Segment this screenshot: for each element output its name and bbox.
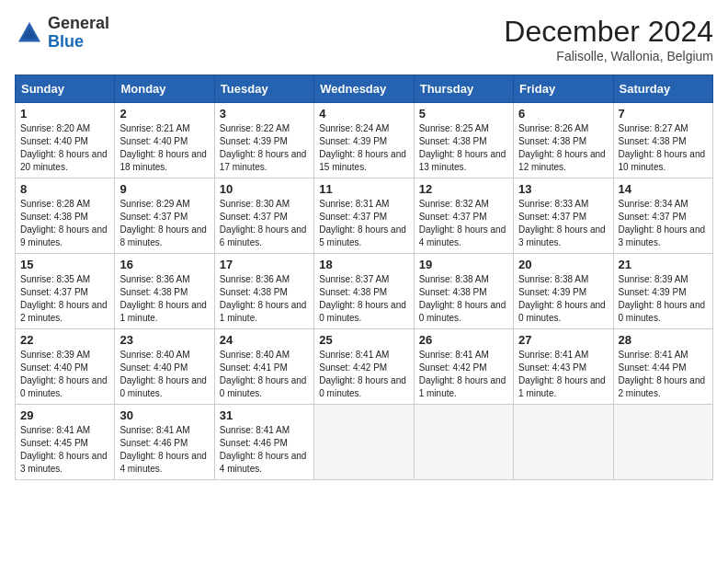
calendar-table: Sunday Monday Tuesday Wednesday Thursday… (15, 75, 713, 480)
col-wednesday: Wednesday (314, 75, 414, 103)
day-cell-31: 31 Sunrise: 8:41 AM Sunset: 4:46 PM Dayl… (214, 405, 313, 480)
page-header: General Blue December 2024 Falisolle, Wa… (15, 15, 713, 63)
day-number: 7 (619, 107, 708, 121)
day-info: Sunrise: 8:38 AM Sunset: 4:38 PM Dayligh… (419, 273, 508, 325)
day-info: Sunrise: 8:41 AM Sunset: 4:46 PM Dayligh… (119, 424, 209, 476)
day-info: Sunrise: 8:22 AM Sunset: 4:39 PM Dayligh… (220, 122, 309, 174)
week-row-4: 22 Sunrise: 8:39 AM Sunset: 4:40 PM Dayl… (16, 329, 713, 405)
day-info: Sunrise: 8:39 AM Sunset: 4:40 PM Dayligh… (20, 349, 109, 400)
day-info: Sunrise: 8:41 AM Sunset: 4:42 PM Dayligh… (419, 349, 508, 400)
day-number: 16 (119, 258, 209, 271)
day-info: Sunrise: 8:24 AM Sunset: 4:39 PM Dayligh… (319, 122, 408, 174)
day-cell-7: 7 Sunrise: 8:27 AM Sunset: 4:38 PM Dayli… (613, 103, 712, 178)
col-friday: Friday (514, 75, 613, 103)
week-row-2: 8 Sunrise: 8:28 AM Sunset: 4:38 PM Dayli… (16, 178, 713, 254)
day-number: 6 (518, 107, 608, 121)
day-number: 13 (518, 182, 608, 196)
page-wrapper: General Blue December 2024 Falisolle, Wa… (15, 15, 713, 480)
day-cell-18: 18 Sunrise: 8:37 AM Sunset: 4:38 PM Dayl… (314, 254, 414, 329)
day-cell-11: 11 Sunrise: 8:31 AM Sunset: 4:37 PM Dayl… (314, 178, 414, 254)
day-info: Sunrise: 8:37 AM Sunset: 4:38 PM Dayligh… (319, 273, 408, 325)
empty-cell (414, 405, 513, 480)
day-cell-8: 8 Sunrise: 8:28 AM Sunset: 4:38 PM Dayli… (16, 178, 115, 254)
day-info: Sunrise: 8:41 AM Sunset: 4:45 PM Dayligh… (20, 424, 109, 476)
title-area: December 2024 Falisolle, Wallonia, Belgi… (504, 15, 713, 63)
day-number: 22 (20, 333, 109, 347)
day-number: 28 (619, 333, 708, 347)
day-info: Sunrise: 8:38 AM Sunset: 4:39 PM Dayligh… (518, 273, 608, 325)
day-info: Sunrise: 8:34 AM Sunset: 4:37 PM Dayligh… (619, 198, 708, 249)
day-number: 26 (419, 333, 508, 347)
day-number: 10 (220, 182, 309, 196)
day-info: Sunrise: 8:32 AM Sunset: 4:37 PM Dayligh… (419, 198, 508, 249)
week-row-3: 15 Sunrise: 8:35 AM Sunset: 4:37 PM Dayl… (16, 254, 713, 329)
day-info: Sunrise: 8:36 AM Sunset: 4:38 PM Dayligh… (119, 273, 209, 325)
day-number: 20 (518, 258, 608, 271)
day-number: 4 (319, 107, 408, 121)
day-number: 9 (119, 182, 209, 196)
day-number: 23 (119, 333, 209, 347)
day-cell-27: 27 Sunrise: 8:41 AM Sunset: 4:43 PM Dayl… (514, 329, 613, 405)
logo-general-text: General (48, 14, 109, 32)
day-number: 3 (220, 107, 309, 121)
month-title: December 2024 (504, 15, 713, 49)
day-info: Sunrise: 8:26 AM Sunset: 4:38 PM Dayligh… (518, 122, 608, 174)
day-cell-6: 6 Sunrise: 8:26 AM Sunset: 4:38 PM Dayli… (514, 103, 613, 178)
day-cell-28: 28 Sunrise: 8:41 AM Sunset: 4:44 PM Dayl… (613, 329, 712, 405)
day-cell-26: 26 Sunrise: 8:41 AM Sunset: 4:42 PM Dayl… (414, 329, 513, 405)
day-number: 12 (419, 182, 508, 196)
day-info: Sunrise: 8:31 AM Sunset: 4:37 PM Dayligh… (319, 198, 408, 249)
day-info: Sunrise: 8:40 AM Sunset: 4:41 PM Dayligh… (220, 349, 309, 400)
week-row-5: 29 Sunrise: 8:41 AM Sunset: 4:45 PM Dayl… (16, 405, 713, 480)
day-cell-4: 4 Sunrise: 8:24 AM Sunset: 4:39 PM Dayli… (314, 103, 414, 178)
day-cell-22: 22 Sunrise: 8:39 AM Sunset: 4:40 PM Dayl… (16, 329, 115, 405)
day-cell-16: 16 Sunrise: 8:36 AM Sunset: 4:38 PM Dayl… (115, 254, 214, 329)
empty-cell (514, 405, 613, 480)
day-cell-20: 20 Sunrise: 8:38 AM Sunset: 4:39 PM Dayl… (514, 254, 613, 329)
day-number: 29 (20, 408, 109, 422)
day-number: 14 (619, 182, 708, 196)
day-cell-29: 29 Sunrise: 8:41 AM Sunset: 4:45 PM Dayl… (16, 405, 115, 480)
day-info: Sunrise: 8:21 AM Sunset: 4:40 PM Dayligh… (119, 122, 209, 174)
day-number: 5 (419, 107, 508, 121)
day-number: 27 (518, 333, 608, 347)
logo: General Blue (15, 15, 109, 52)
day-number: 31 (220, 408, 309, 422)
day-info: Sunrise: 8:25 AM Sunset: 4:38 PM Dayligh… (419, 122, 508, 174)
day-info: Sunrise: 8:41 AM Sunset: 4:43 PM Dayligh… (518, 349, 608, 400)
day-cell-10: 10 Sunrise: 8:30 AM Sunset: 4:37 PM Dayl… (214, 178, 313, 254)
week-row-1: 1 Sunrise: 8:20 AM Sunset: 4:40 PM Dayli… (16, 103, 713, 178)
location-subtitle: Falisolle, Wallonia, Belgium (504, 49, 713, 63)
day-number: 8 (20, 182, 109, 196)
day-number: 15 (20, 258, 109, 271)
day-info: Sunrise: 8:20 AM Sunset: 4:40 PM Dayligh… (20, 122, 109, 174)
day-info: Sunrise: 8:29 AM Sunset: 4:37 PM Dayligh… (119, 198, 209, 249)
day-cell-19: 19 Sunrise: 8:38 AM Sunset: 4:38 PM Dayl… (414, 254, 513, 329)
day-cell-21: 21 Sunrise: 8:39 AM Sunset: 4:39 PM Dayl… (613, 254, 712, 329)
day-info: Sunrise: 8:41 AM Sunset: 4:44 PM Dayligh… (619, 349, 708, 400)
day-info: Sunrise: 8:27 AM Sunset: 4:38 PM Dayligh… (619, 122, 708, 174)
day-cell-30: 30 Sunrise: 8:41 AM Sunset: 4:46 PM Dayl… (115, 405, 214, 480)
col-sunday: Sunday (16, 75, 115, 103)
day-info: Sunrise: 8:39 AM Sunset: 4:39 PM Dayligh… (619, 273, 708, 325)
day-number: 21 (619, 258, 708, 271)
col-saturday: Saturday (613, 75, 712, 103)
day-info: Sunrise: 8:28 AM Sunset: 4:38 PM Dayligh… (20, 198, 109, 249)
day-info: Sunrise: 8:35 AM Sunset: 4:37 PM Dayligh… (20, 273, 109, 325)
day-cell-17: 17 Sunrise: 8:36 AM Sunset: 4:38 PM Dayl… (214, 254, 313, 329)
empty-cell (314, 405, 414, 480)
day-info: Sunrise: 8:40 AM Sunset: 4:40 PM Dayligh… (119, 349, 209, 400)
day-cell-25: 25 Sunrise: 8:41 AM Sunset: 4:42 PM Dayl… (314, 329, 414, 405)
day-number: 19 (419, 258, 508, 271)
day-info: Sunrise: 8:41 AM Sunset: 4:42 PM Dayligh… (319, 349, 408, 400)
day-cell-12: 12 Sunrise: 8:32 AM Sunset: 4:37 PM Dayl… (414, 178, 513, 254)
col-monday: Monday (115, 75, 214, 103)
col-tuesday: Tuesday (214, 75, 313, 103)
day-info: Sunrise: 8:33 AM Sunset: 4:37 PM Dayligh… (518, 198, 608, 249)
day-number: 30 (119, 408, 209, 422)
day-info: Sunrise: 8:41 AM Sunset: 4:46 PM Dayligh… (220, 424, 309, 476)
calendar-header-row: Sunday Monday Tuesday Wednesday Thursday… (16, 75, 713, 103)
day-info: Sunrise: 8:30 AM Sunset: 4:37 PM Dayligh… (220, 198, 309, 249)
logo-icon (15, 18, 44, 48)
day-number: 2 (119, 107, 209, 121)
